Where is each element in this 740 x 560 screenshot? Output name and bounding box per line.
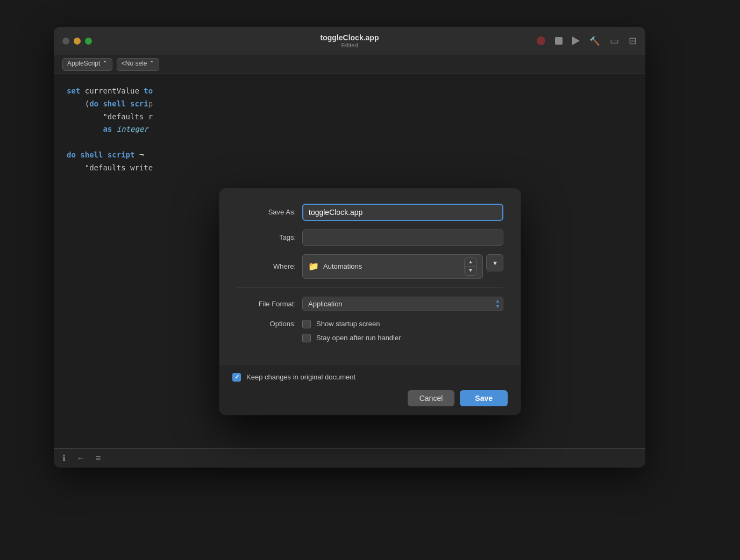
code-line: (do shell scrip xyxy=(67,98,632,111)
option1-label: Show startup screen xyxy=(316,320,380,328)
dialog-footer: ✓ Keep changes in original document Canc… xyxy=(219,364,521,415)
save-as-label: Save As: xyxy=(237,208,296,216)
options-row: Options: Show startup screen Stay open a… xyxy=(237,320,503,342)
stay-open-checkbox[interactable] xyxy=(302,334,311,342)
where-select[interactable]: 📁 Automations ▲ ▼ xyxy=(302,254,483,279)
format-arrow-up: ▲ xyxy=(495,299,500,304)
option2-row: Stay open after run handler xyxy=(302,334,503,342)
maximize-button[interactable] xyxy=(85,38,92,45)
divider xyxy=(237,288,503,288)
language-label: AppleScript xyxy=(67,60,100,67)
tags-input[interactable] xyxy=(302,229,503,246)
keep-changes-checkbox[interactable]: ✓ xyxy=(232,373,241,382)
format-select-wrapper: Application ▲ ▼ xyxy=(302,297,503,311)
language-arrow: ⌃ xyxy=(102,60,108,67)
stop-button[interactable] xyxy=(555,37,563,45)
where-group: 📁 Automations ▲ ▼ ▾ xyxy=(302,254,503,279)
window-subtitle: Edited xyxy=(321,42,379,48)
code-line: set currentValue to xyxy=(67,85,632,98)
file-format-label: File Format: xyxy=(237,300,296,308)
save-dialog: Save As: Tags: Where: 📁 xyxy=(219,189,521,415)
where-row: Where: 📁 Automations ▲ ▼ ▾ xyxy=(237,254,503,279)
save-as-row: Save As: xyxy=(237,204,503,221)
save-button[interactable]: Save xyxy=(460,390,508,406)
target-label: <No sele xyxy=(122,60,147,67)
code-line: "defaults write xyxy=(67,162,632,175)
list-icon: ≡ xyxy=(96,454,101,463)
secondary-toolbar: AppleScript ⌃ <No sele ⌃ xyxy=(54,55,645,74)
where-arrow-up[interactable]: ▲ xyxy=(465,258,476,267)
format-select[interactable]: Application xyxy=(302,297,503,311)
save-as-input[interactable] xyxy=(302,204,503,221)
folder-icon: 📁 xyxy=(308,261,319,271)
format-arrow-down: ▼ xyxy=(495,304,500,309)
code-line: as integer xyxy=(67,123,632,136)
where-arrow-down[interactable]: ▼ xyxy=(465,267,476,275)
cancel-button[interactable]: Cancel xyxy=(408,390,455,406)
format-arrows: ▲ ▼ xyxy=(495,299,500,309)
run-button[interactable] xyxy=(572,37,580,45)
language-select[interactable]: AppleScript ⌃ xyxy=(62,58,112,71)
where-value: Automations xyxy=(323,262,460,270)
save-as-field xyxy=(302,204,503,221)
code-line: do shell script ¬ xyxy=(67,149,632,162)
options-label: Options: xyxy=(237,320,296,328)
target-arrow: ⌃ xyxy=(149,60,154,67)
target-select[interactable]: <No sele ⌃ xyxy=(117,58,159,71)
where-field: 📁 Automations ▲ ▼ ▾ xyxy=(302,254,503,279)
option1-row: Show startup screen xyxy=(302,320,503,328)
close-button[interactable] xyxy=(62,38,69,45)
option2-label: Stay open after run handler xyxy=(316,334,401,342)
panel-icon: ▭ xyxy=(610,35,619,47)
show-startup-checkbox[interactable] xyxy=(302,320,311,328)
window-title: toggleClock.app xyxy=(321,33,379,42)
window-title-group: toggleClock.app Edited xyxy=(321,33,379,48)
file-format-field: Application ▲ ▼ xyxy=(302,297,503,311)
keep-changes-row: ✓ Keep changes in original document xyxy=(232,373,508,382)
tags-label: Tags: xyxy=(237,233,296,241)
code-editor[interactable]: set currentValue to (do shell scrip "def… xyxy=(54,74,645,185)
record-button[interactable] xyxy=(537,37,545,45)
checkmark-icon: ✓ xyxy=(234,374,239,380)
where-stepper[interactable]: ▲ ▼ xyxy=(464,257,477,276)
format-value: Application xyxy=(308,300,343,308)
code-line: "defaults r xyxy=(67,111,632,124)
back-icon: ← xyxy=(76,454,85,463)
dialog-body: Save As: Tags: Where: 📁 xyxy=(219,189,521,364)
dialog-buttons: Cancel Save xyxy=(232,390,508,406)
tags-field xyxy=(302,229,503,246)
where-label: Where: xyxy=(237,262,296,270)
expand-button[interactable]: ▾ xyxy=(486,254,503,271)
toolbar-icons: 🔨 ▭ ⊟ xyxy=(537,35,637,47)
sidebar-icon: ⊟ xyxy=(629,35,637,47)
minimize-button[interactable] xyxy=(74,38,81,45)
options-group: Show startup screen Stay open after run … xyxy=(302,320,503,342)
keep-changes-label: Keep changes in original document xyxy=(246,373,355,381)
chevron-down-icon: ▾ xyxy=(493,259,497,267)
tags-row: Tags: xyxy=(237,229,503,246)
info-icon: ℹ xyxy=(62,453,66,463)
file-format-row: File Format: Application ▲ ▼ xyxy=(237,297,503,311)
titlebar: toggleClock.app Edited 🔨 ▭ ⊟ xyxy=(54,27,645,55)
statusbar: ℹ ← ≡ xyxy=(54,448,645,468)
options-field: Show startup screen Stay open after run … xyxy=(302,320,503,342)
compile-icon: 🔨 xyxy=(589,36,600,46)
